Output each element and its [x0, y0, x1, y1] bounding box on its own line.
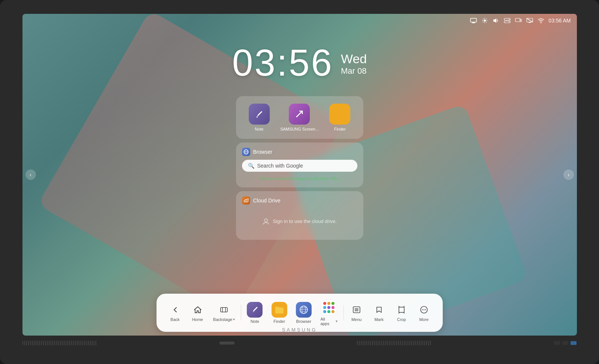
mark-icon — [373, 304, 385, 316]
cloud-signin-text: Sign in to use the cloud drive. — [273, 218, 337, 224]
svg-line-11 — [486, 18, 487, 19]
taskbar-menu[interactable]: Menu — [345, 302, 368, 324]
svg-rect-2 — [472, 23, 475, 23]
note-label: Note — [251, 319, 259, 324]
samsung-screen-label: SAMSUNG Screen... — [280, 127, 319, 131]
svg-point-29 — [264, 219, 267, 222]
search-icon: 🔍 — [248, 163, 254, 169]
finder-label: Finder — [273, 319, 285, 324]
allapps-icon — [321, 300, 337, 315]
app-samsung-screen[interactable]: SAMSUNG Screen... — [280, 104, 319, 131]
taskbar-back[interactable]: Back — [164, 302, 186, 324]
svg-point-15 — [509, 19, 509, 19]
taskbar-more[interactable]: More — [413, 302, 435, 324]
svg-point-3 — [484, 19, 486, 22]
svg-line-10 — [483, 22, 483, 22]
taskbar-allapps[interactable]: All apps ▾ — [316, 297, 342, 328]
backstage-chevron: ▾ — [233, 317, 235, 321]
finder-icon — [272, 302, 287, 318]
note-icon — [247, 302, 263, 318]
taskbar-home[interactable]: Home — [186, 302, 209, 324]
home-icon — [191, 304, 203, 316]
port-cluster — [554, 341, 577, 345]
usb-port-1 — [554, 341, 560, 345]
more-icon — [418, 304, 430, 316]
usb-port-2 — [562, 341, 568, 345]
more-label: More — [419, 317, 429, 322]
svg-point-46 — [423, 309, 424, 310]
app-note[interactable]: Note — [249, 104, 270, 131]
taskbar-browser[interactable]: Browser — [291, 300, 316, 326]
menu-icon — [351, 304, 363, 316]
finder-app-icon — [329, 104, 350, 125]
taskbar-backstage[interactable]: Backstage ▾ — [209, 302, 239, 324]
samsung-brand: SAMSUNG — [282, 327, 317, 333]
browser-search-bar[interactable]: 🔍 Search with Google — [242, 160, 357, 172]
dot-9 — [332, 310, 335, 313]
finder-app-label: Finder — [334, 127, 346, 131]
cloud-drive-icon — [242, 196, 250, 205]
no-signal-icon — [526, 18, 533, 24]
status-time: 03:56 AM — [548, 18, 571, 24]
dot-8 — [327, 310, 330, 313]
svg-point-16 — [509, 21, 509, 22]
screen-share-icon — [515, 18, 522, 24]
browser-widget-header: Browser — [242, 148, 357, 156]
tv-frame: 03:56 AM 03:56 Wed Mar 08 ‹ › — [0, 0, 599, 364]
crop-label: Crop — [397, 317, 406, 322]
samsung-screen-icon — [289, 104, 310, 125]
right-speaker — [357, 341, 432, 345]
svg-point-23 — [541, 22, 541, 23]
app-finder[interactable]: Finder — [329, 104, 350, 131]
backstage-label: Backstage — [213, 317, 232, 322]
clock-area: 03:56 Wed Mar 08 — [232, 44, 367, 81]
dot-4 — [323, 306, 326, 309]
center-controls — [220, 342, 235, 345]
allapps-label: All apps — [320, 317, 335, 326]
status-bar: 03:56 AM — [470, 18, 571, 24]
browser-widget-icon — [242, 148, 250, 156]
center-button — [220, 342, 235, 345]
volume-icon — [492, 18, 500, 24]
taskbar-mark[interactable]: Mark — [368, 302, 390, 324]
svg-line-9 — [486, 22, 487, 22]
taskbar: Back Home — [156, 294, 442, 332]
browser-icon — [296, 302, 312, 318]
taskbar-crop[interactable]: Crop — [390, 302, 413, 324]
allapps-dots-grid — [323, 302, 335, 313]
brightness-icon — [481, 18, 488, 24]
left-arrow-button[interactable]: ‹ — [25, 169, 36, 180]
svg-rect-18 — [520, 19, 521, 22]
taskbar-divider-2 — [344, 305, 344, 320]
note-app-label: Note — [255, 127, 263, 131]
svg-rect-17 — [515, 18, 520, 22]
taskbar-finder[interactable]: Finder — [267, 300, 291, 326]
storage-icon — [503, 18, 511, 24]
crop-icon — [396, 304, 408, 316]
app-icons-widget: Note SAMSUNG Screen... — [236, 96, 363, 139]
svg-line-21 — [527, 18, 533, 22]
left-speaker — [22, 341, 97, 345]
browser-widget: Browser 🔍 Search with Google You can add… — [236, 143, 363, 187]
dot-3 — [332, 302, 335, 305]
browser-hint: You can add to this widget by favorite U… — [242, 175, 357, 182]
svg-rect-1 — [472, 22, 475, 23]
dot-6 — [332, 306, 335, 309]
svg-point-47 — [425, 309, 426, 310]
cloud-drive-widget: Cloud Drive Sign in to use the cloud dri… — [236, 191, 363, 240]
clock-day: Wed — [341, 51, 367, 67]
right-arrow-button[interactable]: › — [563, 169, 574, 180]
search-placeholder-text: Search with Google — [257, 163, 351, 169]
screen-mirror-icon — [470, 18, 477, 24]
svg-rect-22 — [529, 22, 531, 23]
back-label: Back — [170, 317, 179, 322]
mark-label: Mark — [374, 317, 383, 322]
browser-label: Browser — [296, 319, 311, 324]
svg-point-45 — [422, 309, 423, 310]
usb3-port — [571, 341, 577, 345]
note-app-icon — [249, 104, 270, 125]
taskbar-note[interactable]: Note — [243, 300, 267, 326]
wifi-icon — [537, 18, 545, 24]
user-icon — [262, 218, 270, 225]
dot-7 — [323, 310, 326, 313]
